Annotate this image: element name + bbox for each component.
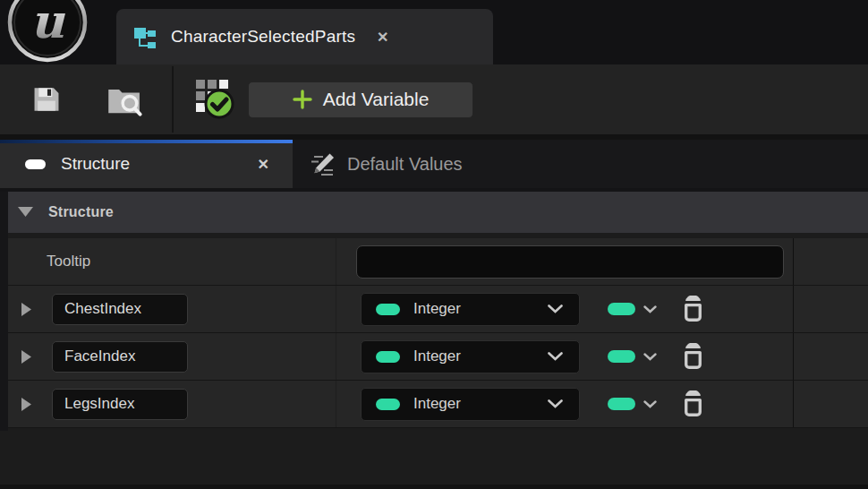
delete-field-button[interactable] <box>681 343 705 370</box>
field-type-dropdown[interactable]: Integer <box>361 388 580 421</box>
plus-icon <box>293 90 312 109</box>
chevron-down-icon <box>548 399 563 408</box>
unreal-struct-editor-window: u CharacterSelectedParts ✕ <box>0 0 868 489</box>
asset-tab-title: CharacterSelectedParts <box>171 27 355 47</box>
integer-type-pill-icon <box>608 350 635 363</box>
field-type-label: Integer <box>413 347 461 365</box>
struct-asset-icon <box>132 24 157 49</box>
chevron-down-icon <box>643 400 657 408</box>
expander-arrow-icon[interactable] <box>21 350 32 364</box>
document-tab-strip: Structure ✕ Default Values <box>0 140 868 188</box>
tooltip-input[interactable] <box>356 245 784 279</box>
chevron-down-icon <box>548 352 563 361</box>
find-in-content-browser-icon <box>105 81 144 118</box>
category-expanded-arrow-icon[interactable] <box>18 204 33 220</box>
delete-field-button[interactable] <box>681 390 705 417</box>
integer-type-pill-icon <box>376 304 400 315</box>
row-extra-cell <box>793 333 868 380</box>
row-extra-cell <box>793 286 868 332</box>
asset-tab-close-icon[interactable]: ✕ <box>377 29 388 46</box>
toolbar-separator <box>172 66 174 133</box>
row-extra-cell <box>793 238 868 285</box>
trash-icon <box>681 390 705 417</box>
integer-type-pill-icon <box>608 398 635 410</box>
trash-icon <box>681 343 705 370</box>
chevron-down-icon <box>548 305 563 313</box>
delete-field-button[interactable] <box>681 296 705 322</box>
save-icon <box>30 82 64 116</box>
compile-status-indicator[interactable] <box>195 78 236 121</box>
structure-pill-icon <box>25 159 46 169</box>
field-type-dropdown[interactable]: Integer <box>361 293 580 326</box>
chevron-down-icon <box>643 353 657 361</box>
add-variable-label: Add Variable <box>323 89 430 110</box>
browse-to-asset-button[interactable] <box>104 81 145 118</box>
main-toolbar: Add Variable <box>0 64 868 134</box>
field-row-legsindex: Integer <box>8 381 868 428</box>
container-type-dropdown[interactable] <box>608 350 657 363</box>
row-extra-cell <box>793 381 868 427</box>
tab-default-values[interactable]: Default Values <box>293 140 463 188</box>
field-name-input[interactable] <box>52 389 188 420</box>
integer-type-pill-icon <box>376 399 400 410</box>
tab-structure-close-icon[interactable]: ✕ <box>258 156 269 173</box>
field-name-input[interactable] <box>52 341 188 373</box>
default-values-pencil-icon <box>308 150 336 178</box>
tab-structure[interactable]: Structure ✕ <box>0 140 293 188</box>
category-header-structure[interactable]: Structure <box>8 192 868 233</box>
tab-default-values-label: Default Values <box>347 154 463 175</box>
field-name-input[interactable] <box>52 294 188 325</box>
save-button[interactable] <box>29 82 64 117</box>
container-type-dropdown[interactable] <box>608 398 657 410</box>
window-tab-bar: u CharacterSelectedParts ✕ <box>0 0 868 64</box>
category-header-label: Structure <box>48 204 114 220</box>
compile-ok-icon <box>195 78 236 121</box>
asset-tab-characterselectedparts[interactable]: CharacterSelectedParts ✕ <box>116 9 493 64</box>
unreal-engine-logo[interactable]: u <box>7 0 88 63</box>
panel-bottom-edge <box>0 485 868 489</box>
add-variable-button[interactable]: Add Variable <box>248 82 473 118</box>
structure-rows: Tooltip Integer <box>0 238 868 428</box>
container-type-dropdown[interactable] <box>608 303 657 315</box>
structure-details-panel: Structure Tooltip <box>0 188 868 489</box>
svg-text:u: u <box>30 0 65 48</box>
integer-type-pill-icon <box>376 351 400 363</box>
field-type-label: Integer <box>413 300 461 318</box>
integer-type-pill-icon <box>608 303 635 315</box>
expander-arrow-icon[interactable] <box>21 303 32 316</box>
field-type-dropdown[interactable]: Integer <box>361 340 580 373</box>
expander-arrow-icon[interactable] <box>21 398 32 411</box>
field-type-label: Integer <box>413 395 461 413</box>
chevron-down-icon <box>643 305 657 313</box>
tooltip-row: Tooltip <box>8 238 868 286</box>
trash-icon <box>681 296 705 322</box>
tab-structure-label: Structure <box>61 154 130 174</box>
field-row-faceindex: Integer <box>8 333 868 381</box>
field-row-chestindex: Integer <box>8 286 868 333</box>
tooltip-label: Tooltip <box>8 253 90 270</box>
